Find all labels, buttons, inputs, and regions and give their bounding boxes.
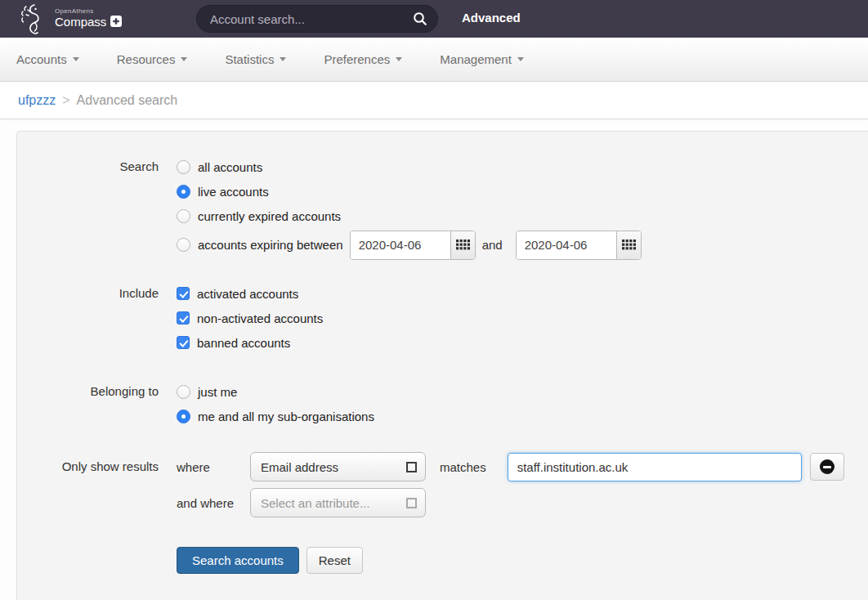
app-header: OpenAthens Compass Advanced [0, 0, 868, 38]
nav-accounts-label: Accounts [16, 52, 67, 66]
date-to-group [516, 231, 642, 260]
filter-row-1: where Email address matches [177, 452, 844, 481]
radio-live-accounts-label: live accounts [198, 185, 269, 199]
radio-icon[interactable] [177, 385, 190, 399]
chevron-down-icon [181, 57, 187, 61]
breadcrumb-separator: > [62, 93, 69, 108]
radio-all-accounts-label: all accounts [198, 160, 262, 174]
breadcrumb-current-page: Advanced search [77, 93, 178, 108]
attribute-select-placeholder: Select an attribute... [261, 496, 369, 510]
nav-resources[interactable]: Resources [117, 52, 188, 66]
plus-badge-icon [110, 16, 122, 30]
radio-checked-icon[interactable] [177, 410, 190, 423]
checkbox-banned-accounts-label: banned accounts [197, 336, 290, 350]
search-accounts-button[interactable]: Search accounts [177, 547, 299, 574]
chevron-down-icon [517, 57, 524, 61]
search-group: Search all accounts live accounts curren… [17, 154, 868, 260]
radio-just-me[interactable]: just me [177, 379, 374, 404]
nav-accounts[interactable]: Accounts [16, 52, 79, 66]
date-range-and-label: and [482, 238, 503, 252]
breadcrumb-org-link[interactable]: ufpzzz [18, 93, 56, 108]
date-from-input[interactable] [351, 231, 450, 259]
matches-label: matches [440, 460, 486, 474]
filter-row-2: and where Select an attribute... [177, 488, 844, 517]
belonging-group-label: Belonging to [17, 379, 159, 428]
radio-icon[interactable] [177, 238, 190, 252]
radio-me-and-sub-organisations-label: me and all my sub-organisations [198, 410, 374, 423]
attribute-select-value: Email address [261, 460, 338, 474]
chevron-down-icon [396, 57, 402, 61]
nav-statistics-label: Statistics [225, 52, 274, 66]
checkbox-checked-icon[interactable] [177, 336, 190, 349]
advanced-search-panel: Search all accounts live accounts curren… [16, 131, 868, 600]
checkbox-banned-accounts[interactable]: banned accounts [177, 330, 323, 355]
radio-all-accounts[interactable]: all accounts [177, 154, 642, 179]
openathens-compass-logo[interactable]: OpenAthens Compass [18, 2, 122, 35]
checkbox-activated-accounts-label: activated accounts [197, 287, 298, 301]
belonging-group: Belonging to just me me and all my sub-o… [17, 379, 868, 428]
attribute-select-empty[interactable]: Select an attribute... [250, 488, 426, 517]
radio-expired-accounts-label: currently expired accounts [198, 209, 341, 223]
date-from-group [350, 231, 476, 260]
checkbox-activated-accounts[interactable]: activated accounts [177, 281, 323, 306]
nav-preferences-label: Preferences [324, 52, 390, 66]
filter-group-label: Only show results [17, 452, 159, 524]
reset-button[interactable]: Reset [306, 547, 363, 574]
radio-expiring-between-label: accounts expiring between [198, 238, 343, 252]
search-group-label: Search [17, 154, 159, 260]
chevron-down-icon [73, 57, 79, 61]
radio-icon[interactable] [177, 209, 190, 223]
remove-filter-button[interactable] [810, 453, 844, 481]
radio-icon[interactable] [177, 160, 190, 174]
checkbox-checked-icon[interactable] [177, 287, 190, 300]
nav-management-label: Management [440, 52, 512, 66]
date-from-calendar-button[interactable] [450, 231, 475, 259]
search-icon[interactable] [413, 11, 427, 26]
filter-and-where-label: and where [177, 496, 250, 510]
filter-group: Only show results where Email address ma… [17, 452, 868, 524]
checkbox-non-activated-accounts-label: non-activated accounts [197, 311, 323, 325]
chevron-down-icon [280, 57, 286, 61]
include-group-label: Include [17, 281, 159, 355]
select-square-icon [406, 498, 417, 508]
breadcrumb: ufpzzz > Advanced search [0, 82, 868, 119]
main-nav: Accounts Resources Statistics Preference… [0, 38, 868, 82]
openathens-owl-icon [18, 2, 49, 35]
checkbox-non-activated-accounts[interactable]: non-activated accounts [177, 306, 323, 330]
nav-resources-label: Resources [117, 52, 176, 66]
radio-just-me-label: just me [198, 385, 237, 399]
account-search[interactable] [196, 5, 438, 33]
minus-circle-icon [820, 459, 834, 474]
radio-me-and-sub-organisations[interactable]: me and all my sub-organisations [177, 404, 374, 428]
radio-checked-icon[interactable] [177, 185, 190, 199]
radio-live-accounts[interactable]: live accounts [177, 179, 642, 204]
attribute-select[interactable]: Email address [250, 452, 426, 481]
checkbox-checked-icon[interactable] [177, 311, 190, 325]
radio-expired-accounts[interactable]: currently expired accounts [177, 204, 642, 228]
actions-group: Search accounts Reset [17, 547, 868, 574]
date-to-calendar-button[interactable] [616, 231, 641, 259]
advanced-search-link[interactable]: Advanced [462, 11, 521, 25]
actions-spacer [17, 547, 159, 574]
calendar-grid-icon [456, 240, 470, 250]
radio-expiring-between[interactable]: accounts expiring between and [177, 230, 642, 260]
nav-management[interactable]: Management [440, 52, 524, 66]
nav-statistics[interactable]: Statistics [225, 52, 286, 66]
include-group: Include activated accounts non-activated… [17, 281, 868, 355]
filter-where-label: where [177, 460, 250, 474]
calendar-grid-icon [622, 240, 636, 250]
date-to-input[interactable] [517, 231, 616, 259]
select-square-icon [406, 462, 417, 472]
filter-value-input[interactable] [508, 453, 802, 481]
brand-compass-label: Compass [55, 16, 106, 29]
account-search-input[interactable] [210, 12, 413, 26]
nav-preferences[interactable]: Preferences [324, 52, 402, 66]
